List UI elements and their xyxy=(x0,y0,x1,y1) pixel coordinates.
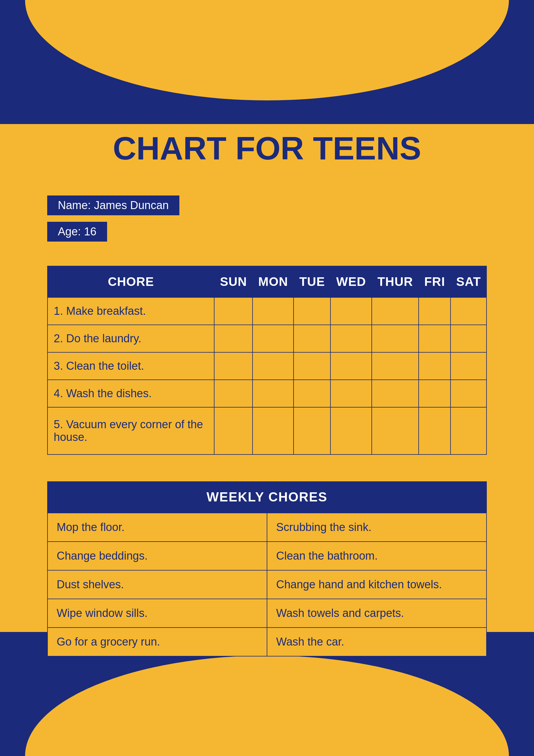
title-line2: CHART FOR TEENS xyxy=(113,130,421,166)
table-row: 5. Vacuum every corner of the house. xyxy=(47,407,487,454)
day-cell xyxy=(372,325,419,352)
day-cell xyxy=(419,380,450,407)
weekly-chore-left: Change beddings. xyxy=(47,542,267,570)
day-cell xyxy=(372,352,419,380)
chore-cell: 4. Wash the dishes. xyxy=(47,380,214,407)
fri-col-header: FRI xyxy=(419,266,450,297)
wed-col-header: WED xyxy=(330,266,371,297)
day-cell xyxy=(450,380,487,407)
title-line1: DAILY & WEEKLY CHORE xyxy=(69,94,466,130)
day-cell xyxy=(253,380,293,407)
day-cell xyxy=(293,325,330,352)
weekly-chore-left: Dust shelves. xyxy=(47,570,267,599)
day-cell xyxy=(214,407,253,454)
day-cell xyxy=(253,325,293,352)
weekly-chore-right: Wash the car. xyxy=(267,628,487,656)
day-cell xyxy=(293,407,330,454)
weekly-table-row: Change beddings.Clean the bathroom. xyxy=(47,542,487,570)
day-cell xyxy=(253,352,293,380)
day-cell xyxy=(214,297,253,325)
table-row: 3. Clean the toilet. xyxy=(47,352,487,380)
weekly-chore-table: Mop the floor.Scrubbing the sink.Change … xyxy=(47,513,487,657)
day-cell xyxy=(253,297,293,325)
day-cell xyxy=(419,407,450,454)
day-cell xyxy=(450,352,487,380)
day-cell xyxy=(419,352,450,380)
weekly-chore-left: Mop the floor. xyxy=(47,513,267,542)
page-title: DAILY & WEEKLY CHORE CHART FOR TEENS xyxy=(47,94,487,166)
day-cell xyxy=(330,380,371,407)
day-cell xyxy=(293,380,330,407)
day-cell xyxy=(253,407,293,454)
weekly-table-row: Wipe window sills.Wash towels and carpet… xyxy=(47,599,487,628)
content-wrapper: DAILY & WEEKLY CHORE CHART FOR TEENS Nam… xyxy=(0,0,534,674)
tue-col-header: TUE xyxy=(293,266,330,297)
day-cell xyxy=(293,297,330,325)
mon-col-header: MON xyxy=(253,266,293,297)
table-header-row: CHORE SUN MON TUE WED THUR FRI SAT xyxy=(47,266,487,297)
day-cell xyxy=(214,325,253,352)
chore-cell: 3. Clean the toilet. xyxy=(47,352,214,380)
table-row: 4. Wash the dishes. xyxy=(47,380,487,407)
name-badge: Name: James Duncan xyxy=(47,196,179,215)
weekly-table-row: Dust shelves.Change hand and kitchen tow… xyxy=(47,570,487,599)
day-cell xyxy=(419,325,450,352)
weekly-chore-left: Go for a grocery run. xyxy=(47,628,267,656)
day-cell xyxy=(372,380,419,407)
chore-cell: 1. Make breakfast. xyxy=(47,297,214,325)
day-cell xyxy=(372,297,419,325)
day-cell xyxy=(330,352,371,380)
weekly-chore-right: Change hand and kitchen towels. xyxy=(267,570,487,599)
day-cell xyxy=(450,297,487,325)
table-row: 2. Do the laundry. xyxy=(47,325,487,352)
day-cell xyxy=(419,297,450,325)
thur-col-header: THUR xyxy=(372,266,419,297)
age-badge: Age: 16 xyxy=(47,222,107,242)
day-cell xyxy=(372,407,419,454)
weekly-table-row: Mop the floor.Scrubbing the sink. xyxy=(47,513,487,542)
weekly-chore-right: Wash towels and carpets. xyxy=(267,599,487,628)
daily-table-body: 1. Make breakfast.2. Do the laundry.3. C… xyxy=(47,297,487,454)
day-cell xyxy=(330,325,371,352)
daily-chore-table: CHORE SUN MON TUE WED THUR FRI SAT 1. Ma… xyxy=(47,266,487,455)
weekly-header: WEEKLY CHORES xyxy=(47,481,487,513)
chore-cell: 5. Vacuum every corner of the house. xyxy=(47,407,214,454)
chore-cell: 2. Do the laundry. xyxy=(47,325,214,352)
weekly-chore-right: Clean the bathroom. xyxy=(267,542,487,570)
weekly-chore-right: Scrubbing the sink. xyxy=(267,513,487,542)
day-cell xyxy=(293,352,330,380)
day-cell xyxy=(450,325,487,352)
chore-col-header: CHORE xyxy=(47,266,214,297)
weekly-table-body: Mop the floor.Scrubbing the sink.Change … xyxy=(47,513,487,656)
sat-col-header: SAT xyxy=(450,266,487,297)
day-cell xyxy=(450,407,487,454)
day-cell xyxy=(214,380,253,407)
sun-col-header: SUN xyxy=(214,266,253,297)
weekly-table-row: Go for a grocery run.Wash the car. xyxy=(47,628,487,656)
table-row: 1. Make breakfast. xyxy=(47,297,487,325)
weekly-chore-left: Wipe window sills. xyxy=(47,599,267,628)
day-cell xyxy=(214,352,253,380)
day-cell xyxy=(330,297,371,325)
weekly-section: WEEKLY CHORES Mop the floor.Scrubbing th… xyxy=(47,481,487,657)
info-section: Name: James Duncan Age: 16 xyxy=(47,196,487,248)
day-cell xyxy=(330,407,371,454)
